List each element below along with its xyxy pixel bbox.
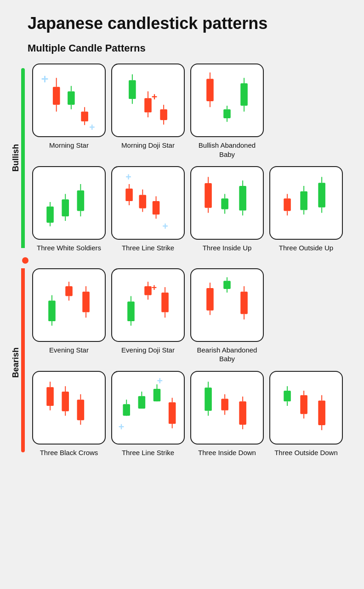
candle-box-three-outside-down xyxy=(269,371,343,445)
candle-box-morning-doji-star: + xyxy=(111,64,185,137)
svg-rect-44 xyxy=(139,195,147,208)
svg-rect-72 xyxy=(65,286,73,296)
svg-rect-15 xyxy=(144,98,152,112)
svg-rect-94 xyxy=(240,291,248,314)
svg-rect-19 xyxy=(160,110,167,120)
pattern-three-black-crows: Three Black Crows xyxy=(32,371,106,457)
candle-box-three-outside-up xyxy=(269,166,343,240)
bearish-indicator: Bearish xyxy=(9,268,32,457)
svg-rect-25 xyxy=(223,110,231,119)
bearish-label: Bearish xyxy=(11,347,21,378)
pattern-three-outside-up: Three Outside Up xyxy=(269,166,343,253)
svg-rect-110 xyxy=(138,396,146,408)
svg-rect-57 xyxy=(239,186,246,211)
label-morning-star: Morning Star xyxy=(49,141,89,150)
pattern-bullish-abandoned-baby: Bullish Abandoned Baby xyxy=(190,64,264,159)
svg-rect-132 xyxy=(300,395,307,414)
label-three-black-crows: Three Black Crows xyxy=(40,448,98,457)
svg-rect-120 xyxy=(205,387,212,411)
pattern-three-white-soldiers: Three White Soldiers xyxy=(32,166,106,253)
label-bullish-abandoned-baby: Bullish Abandoned Baby xyxy=(193,141,262,159)
svg-rect-69 xyxy=(48,300,56,321)
label-three-outside-down: Three Outside Down xyxy=(274,448,338,457)
label-evening-doji-star: Evening Doji Star xyxy=(121,346,175,355)
svg-rect-103 xyxy=(77,399,85,420)
pattern-three-inside-down: Three Inside Down xyxy=(190,371,264,457)
label-evening-star: Evening Star xyxy=(49,346,89,355)
candle-box-morning-star: + + xyxy=(32,64,106,137)
bearish-row-1: Evening Star + xyxy=(32,268,355,364)
svg-text:+: + xyxy=(119,421,125,432)
svg-rect-75 xyxy=(82,291,90,312)
svg-rect-63 xyxy=(300,191,307,210)
candle-box-evening-doji-star: + xyxy=(111,268,185,342)
label-morning-doji-star: Morning Doji Star xyxy=(121,141,175,150)
label-three-outside-up: Three Outside Up xyxy=(279,243,333,253)
page-title: Japanese candlestick patterns xyxy=(9,14,355,33)
pattern-evening-doji-star: + Evening Doji Star xyxy=(111,268,185,364)
label-three-inside-up: Three Inside Up xyxy=(203,243,252,253)
label-bearish-abandoned-baby: Bearish Abandoned Baby xyxy=(193,346,262,364)
pattern-three-line-strike-bearish: + xyxy=(111,371,185,457)
svg-rect-31 xyxy=(46,207,54,223)
label-three-white-soldiers: Three White Soldiers xyxy=(37,243,101,253)
svg-rect-91 xyxy=(223,281,231,289)
svg-text:+: + xyxy=(157,375,163,387)
svg-rect-129 xyxy=(284,390,291,401)
svg-rect-41 xyxy=(125,189,133,201)
label-three-line-strike-bearish: Three Line Strike xyxy=(122,448,174,457)
svg-text:+: + xyxy=(152,92,158,103)
svg-rect-88 xyxy=(206,288,214,310)
svg-text:+: + xyxy=(162,221,168,232)
bullish-label: Bullish xyxy=(11,144,21,172)
candle-box-bullish-abandoned-baby xyxy=(190,64,264,137)
svg-rect-60 xyxy=(284,198,291,211)
candle-box-three-white-soldiers xyxy=(32,166,106,240)
pattern-evening-star: Evening Star xyxy=(32,268,106,364)
svg-rect-85 xyxy=(161,292,169,312)
svg-rect-8 xyxy=(81,111,88,121)
svg-rect-37 xyxy=(77,191,85,211)
svg-text:+: + xyxy=(125,172,131,183)
svg-rect-47 xyxy=(153,201,160,214)
svg-rect-34 xyxy=(62,199,69,216)
svg-rect-22 xyxy=(206,79,214,101)
svg-rect-2 xyxy=(53,87,60,105)
svg-text:+: + xyxy=(89,122,95,133)
pattern-bearish-abandoned-baby: Bearish Abandoned Baby xyxy=(190,268,264,364)
svg-rect-100 xyxy=(62,391,69,411)
svg-rect-78 xyxy=(127,301,135,321)
candle-box-three-inside-down xyxy=(190,371,264,445)
svg-rect-116 xyxy=(169,402,176,424)
svg-rect-5 xyxy=(68,92,75,105)
candle-box-three-inside-up xyxy=(190,166,264,240)
bullish-indicator: Bullish xyxy=(9,64,32,253)
svg-rect-113 xyxy=(154,389,161,401)
bearish-row-2: Three Black Crows + xyxy=(32,371,355,457)
svg-text:+: + xyxy=(41,72,49,86)
pattern-three-outside-down: Three Outside Down xyxy=(269,371,343,457)
candle-box-three-line-strike-bullish: + + xyxy=(111,166,185,240)
svg-rect-97 xyxy=(46,387,54,406)
svg-rect-107 xyxy=(123,404,130,416)
svg-rect-135 xyxy=(318,400,325,425)
svg-rect-126 xyxy=(239,401,246,425)
svg-rect-81 xyxy=(144,286,152,295)
candle-box-evening-star xyxy=(32,268,106,342)
pattern-three-inside-up: Three Inside Up xyxy=(190,166,264,253)
pattern-three-line-strike-bullish: + + Three Line St xyxy=(111,166,185,253)
bullish-patterns: + + xyxy=(32,64,355,253)
section-subtitle: Multiple Candle Patterns xyxy=(9,42,355,54)
label-three-inside-down: Three Inside Down xyxy=(198,448,256,457)
bearish-patterns: Evening Star + xyxy=(32,268,355,457)
svg-rect-54 xyxy=(221,198,228,209)
bullish-row-2: Three White Soldiers + xyxy=(32,166,355,253)
svg-rect-12 xyxy=(129,80,136,99)
svg-rect-51 xyxy=(205,183,212,208)
svg-rect-66 xyxy=(318,183,325,208)
candle-box-three-line-strike-bearish: + xyxy=(111,371,185,445)
svg-rect-123 xyxy=(221,398,228,410)
candle-box-three-black-crows xyxy=(32,371,106,445)
svg-rect-28 xyxy=(240,83,248,106)
pattern-morning-star: + + xyxy=(32,64,106,159)
